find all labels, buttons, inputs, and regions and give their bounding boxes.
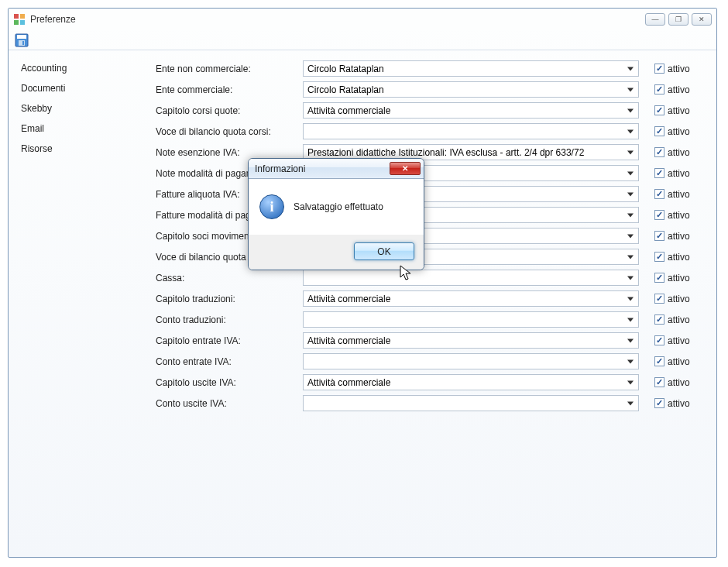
info-icon: i — [259, 194, 284, 219]
dialog-overlay: Informazioni ✕ i Salvataggio effettuato … — [0, 0, 728, 567]
dialog-titlebar: Informazioni ✕ — [249, 159, 424, 179]
ok-button[interactable]: OK — [354, 242, 414, 260]
dialog-close-button[interactable]: ✕ — [390, 162, 421, 175]
dialog-body: i Salvataggio effettuato — [249, 179, 424, 235]
dialog-message: Salvataggio effettuato — [294, 201, 383, 212]
dialog-footer: OK — [249, 235, 424, 270]
info-dialog: Informazioni ✕ i Salvataggio effettuato … — [248, 158, 424, 270]
dialog-title: Informazioni — [255, 163, 390, 174]
